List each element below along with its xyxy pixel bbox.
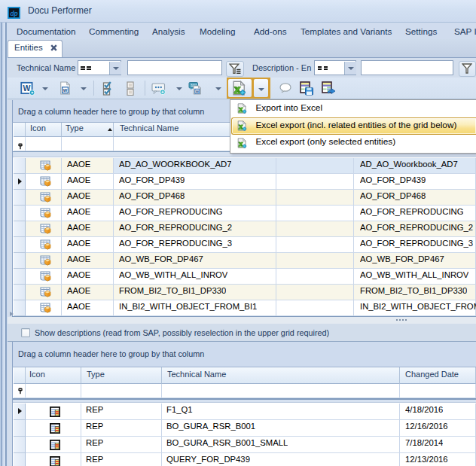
svg-text:w: w [195,89,200,93]
svg-text:W: W [23,84,30,93]
svg-text:dp: dp [10,10,17,17]
svg-text:w: w [63,87,68,93]
